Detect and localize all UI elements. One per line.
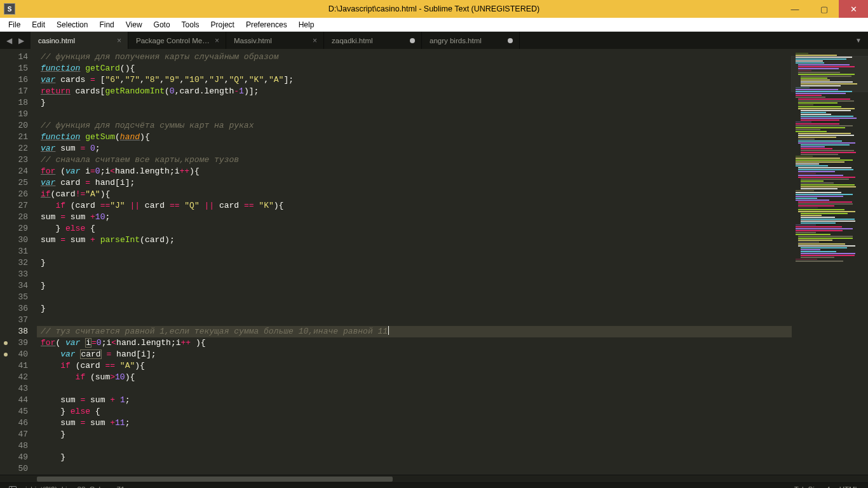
maximize-button[interactable]: ▢: [810, 0, 839, 18]
line-number[interactable]: 45: [0, 406, 28, 417]
code-line[interactable]: var sum = 0;: [37, 143, 792, 154]
line-number[interactable]: 31: [0, 246, 28, 257]
line-number[interactable]: 36: [0, 303, 28, 315]
code-line[interactable]: sum = sum +11;: [37, 417, 792, 429]
line-number[interactable]: 47: [0, 429, 28, 440]
menu-goto[interactable]: Goto: [148, 19, 176, 30]
tab-3[interactable]: zaqadki.html: [324, 32, 422, 49]
line-number[interactable]: 50: [0, 463, 28, 475]
nav-forward-icon[interactable]: ▶: [18, 36, 24, 45]
code-line[interactable]: function getSum(hand){: [37, 132, 792, 143]
tab-0[interactable]: casino.html×: [31, 32, 128, 49]
editor-area[interactable]: 1415161718192021222324252627282930313233…: [0, 49, 868, 475]
code-line[interactable]: return cards[getRandomInt(0,card.length-…: [37, 86, 792, 97]
line-number[interactable]: 28: [0, 212, 28, 223]
line-number[interactable]: 24: [0, 166, 28, 177]
code-line[interactable]: // функция для подсчёта суммы карт на ру…: [37, 120, 792, 132]
line-number[interactable]: 15: [0, 63, 28, 74]
code-line[interactable]: function getCard(){: [37, 63, 792, 74]
tab-1[interactable]: Package Control Messages×: [128, 32, 226, 49]
status-tab-size[interactable]: Tab Size: 4: [794, 485, 831, 488]
code-line[interactable]: // сначала считаем все карты,кроме тузов: [37, 154, 792, 166]
line-number[interactable]: 26: [0, 189, 28, 200]
line-number[interactable]: 42: [0, 372, 28, 383]
horizontal-scrollbar[interactable]: [0, 475, 868, 482]
code-line[interactable]: [37, 269, 792, 280]
code-line[interactable]: [37, 109, 792, 120]
menu-edit[interactable]: Edit: [26, 19, 51, 30]
code-line[interactable]: if (sum>10){: [37, 372, 792, 383]
line-number[interactable]: 33: [0, 269, 28, 280]
code-line[interactable]: var cards = ["6","7","8","9","10","J","Q…: [37, 74, 792, 86]
code-line[interactable]: // туз считается равной 1,если текущая с…: [37, 326, 792, 337]
tab-overflow-button[interactable]: ▼: [849, 32, 868, 49]
menu-find[interactable]: Find: [93, 19, 119, 30]
code-content[interactable]: // функция для получения карты случайным…: [37, 49, 792, 475]
code-line[interactable]: sum = sum + 1;: [37, 395, 792, 406]
line-number[interactable]: 16: [0, 74, 28, 86]
line-number[interactable]: 20: [0, 120, 28, 132]
menu-tools[interactable]: Tools: [176, 19, 205, 30]
code-line[interactable]: }: [37, 303, 792, 315]
line-number[interactable]: 21: [0, 132, 28, 143]
window-titlebar[interactable]: S D:\Javascript\casino.html - Sublime Te…: [0, 0, 868, 18]
code-line[interactable]: if (card == "A"){: [37, 360, 792, 372]
line-number[interactable]: 46: [0, 417, 28, 429]
code-line[interactable]: if(card!="A"){: [37, 189, 792, 200]
menu-view[interactable]: View: [120, 19, 148, 30]
code-line[interactable]: } else {: [37, 406, 792, 417]
menu-file[interactable]: File: [3, 19, 26, 30]
tab-close-icon[interactable]: ×: [211, 36, 219, 45]
line-number[interactable]: 35: [0, 292, 28, 303]
status-left-text[interactable]: jshint(2|0), Line 38, Column 71: [25, 485, 125, 488]
line-number[interactable]: 17: [0, 86, 28, 97]
line-number[interactable]: 43: [0, 383, 28, 395]
code-line[interactable]: // функция для получения карты случайным…: [37, 51, 792, 63]
tab-close-icon[interactable]: ×: [113, 36, 121, 45]
code-line[interactable]: var card = hand[i];: [37, 349, 792, 360]
minimize-button[interactable]: —: [780, 0, 810, 18]
code-line[interactable]: sum = sum + parseInt(card);: [37, 234, 792, 246]
line-number[interactable]: 32: [0, 257, 28, 269]
code-line[interactable]: if (card =="J" || card == "Q" || card ==…: [37, 200, 792, 212]
line-number[interactable]: 14: [0, 51, 28, 63]
menu-preferences[interactable]: Preferences: [240, 19, 293, 30]
line-number[interactable]: 19: [0, 109, 28, 120]
line-number[interactable]: 23: [0, 154, 28, 166]
code-line[interactable]: } else {: [37, 223, 792, 234]
code-line[interactable]: sum = sum +10;: [37, 212, 792, 223]
code-line[interactable]: [37, 246, 792, 257]
horizontal-scrollbar-thumb[interactable]: [37, 477, 393, 482]
line-number[interactable]: 40: [0, 349, 28, 360]
line-number[interactable]: 48: [0, 440, 28, 452]
line-number[interactable]: 27: [0, 200, 28, 212]
nav-arrows[interactable]: ◀ ▶: [0, 32, 31, 49]
minimap[interactable]: [792, 49, 868, 475]
menu-help[interactable]: Help: [293, 19, 320, 30]
code-line[interactable]: [37, 292, 792, 303]
nav-back-icon[interactable]: ◀: [6, 36, 12, 45]
close-button[interactable]: ✕: [839, 0, 868, 18]
menu-project[interactable]: Project: [205, 19, 240, 30]
code-line[interactable]: for (var i=0;i<hand.length;i++){: [37, 166, 792, 177]
code-line[interactable]: [37, 383, 792, 395]
line-number[interactable]: 38: [0, 326, 28, 337]
line-number[interactable]: 41: [0, 360, 28, 372]
code-line[interactable]: [37, 463, 792, 475]
code-line[interactable]: [37, 440, 792, 452]
line-number-gutter[interactable]: 1415161718192021222324252627282930313233…: [0, 49, 37, 475]
line-number[interactable]: 25: [0, 177, 28, 189]
line-number[interactable]: 49: [0, 452, 28, 463]
code-line[interactable]: }: [37, 280, 792, 292]
tab-4[interactable]: angry birds.html: [422, 32, 520, 49]
status-syntax[interactable]: HTML: [839, 485, 859, 488]
code-line[interactable]: }: [37, 452, 792, 463]
line-number[interactable]: 18: [0, 97, 28, 109]
line-number[interactable]: 34: [0, 280, 28, 292]
line-number[interactable]: 29: [0, 223, 28, 234]
tab-2[interactable]: Massiv.html×: [226, 32, 324, 49]
line-number[interactable]: 39: [0, 337, 28, 349]
code-line[interactable]: [37, 315, 792, 326]
tab-close-icon[interactable]: ×: [309, 36, 317, 45]
line-number[interactable]: 30: [0, 234, 28, 246]
